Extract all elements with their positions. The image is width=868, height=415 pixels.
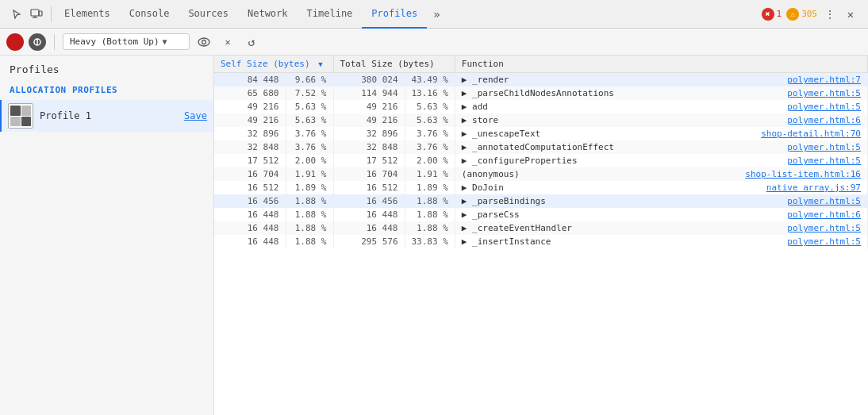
stop-button[interactable] <box>29 33 46 51</box>
profile-save-button[interactable]: Save <box>184 110 207 121</box>
function-name: ▶ store <box>462 115 498 125</box>
view-mode-dropdown[interactable]: Heavy (Bottom Up) ▼ <box>63 33 190 50</box>
dropdown-value: Heavy (Bottom Up) <box>70 37 159 47</box>
total-size-cell: 16 512 <box>333 181 405 194</box>
clear-button[interactable]: ✕ <box>218 33 237 52</box>
more-options-button[interactable]: ⋮ <box>822 6 838 22</box>
self-size-cell: 49 216 <box>214 113 286 127</box>
function-name: ▶ _insertInstance <box>462 236 551 247</box>
table-row: 49 216 5.63 % 49 216 5.63 % ▶ add polyme… <box>214 100 868 113</box>
total-pct-cell: 1.88 % <box>405 208 455 221</box>
self-pct-cell: 5.63 % <box>286 100 333 113</box>
total-size-cell: 17 512 <box>333 154 405 167</box>
self-pct-cell: 5.63 % <box>286 113 333 127</box>
close-button[interactable]: ✕ <box>843 6 858 22</box>
table-row: 84 448 9.66 % 380 024 43.49 % ▶ _render … <box>214 73 868 87</box>
profiles-table-area: Self Size (bytes) ▼ Total Size (bytes) F… <box>214 56 868 415</box>
self-pct-cell: 9.66 % <box>286 73 333 87</box>
svg-rect-0 <box>31 10 39 16</box>
table-row: 32 848 3.76 % 32 848 3.76 % ▶ _annotated… <box>214 140 868 154</box>
total-pct-cell: 1.88 % <box>405 194 455 208</box>
sidebar: Profiles ALLOCATION PROFILES Profile 1 S… <box>0 56 214 415</box>
error-badge-group: ✖ 1 <box>762 8 782 21</box>
sidebar-title: Profiles <box>0 56 213 80</box>
total-size-cell: 16 448 <box>333 221 405 235</box>
total-pct-cell: 33.83 % <box>405 235 455 248</box>
table-row: 16 704 1.91 % 16 704 1.91 % (anonymous) … <box>214 167 868 181</box>
tab-elements[interactable]: Elements <box>55 0 120 29</box>
self-pct-cell: 1.89 % <box>286 181 333 194</box>
tab-sources[interactable]: Sources <box>179 0 238 29</box>
self-size-header[interactable]: Self Size (bytes) ▼ <box>214 56 333 73</box>
table-row: 16 456 1.88 % 16 456 1.88 % ▶ _parseBind… <box>214 194 868 208</box>
file-ref-link[interactable]: polymer.html:5 <box>787 223 861 233</box>
function-name: ▶ add <box>462 102 488 112</box>
self-pct-cell: 2.00 % <box>286 154 333 167</box>
file-ref-link[interactable]: shop-detail.html:70 <box>761 129 861 139</box>
file-ref-link[interactable]: polymer.html:5 <box>787 88 861 98</box>
table-row: 49 216 5.63 % 49 216 5.63 % ▶ store poly… <box>214 113 868 127</box>
cursor-icon[interactable] <box>10 6 25 22</box>
tab-network[interactable]: Network <box>238 0 298 29</box>
function-cell: ▶ _annotatedComputationEffect polymer.ht… <box>455 140 867 154</box>
total-size-cell: 32 896 <box>333 127 405 140</box>
warning-icon: ⚠ <box>786 8 799 21</box>
file-ref-link[interactable]: polymer.html:6 <box>787 209 861 220</box>
total-size-header[interactable]: Total Size (bytes) <box>333 56 455 73</box>
tab-bar-icons <box>3 6 52 22</box>
tab-more-button[interactable]: » <box>427 8 446 21</box>
reload-button[interactable]: ↺ <box>242 33 261 52</box>
function-name: ▶ DoJoin <box>462 183 504 193</box>
function-cell: ▶ _unescapeText shop-detail.html:70 <box>455 127 867 140</box>
profile-name: Profile 1 <box>40 110 178 121</box>
warning-count: 305 <box>801 9 817 19</box>
table-row: 16 448 1.88 % 16 448 1.88 % ▶ _createEve… <box>214 221 868 235</box>
total-size-cell: 49 216 <box>333 100 405 113</box>
sidebar-section-label: ALLOCATION PROFILES <box>0 80 213 100</box>
function-name: ▶ _annotatedComputationEffect <box>462 142 614 152</box>
total-size-cell: 114 944 <box>333 86 405 100</box>
total-pct-cell: 13.16 % <box>405 86 455 100</box>
record-button[interactable] <box>6 33 24 51</box>
tab-right-controls: ✖ 1 ⚠ 305 ⋮ ✕ <box>755 6 866 22</box>
tab-console[interactable]: Console <box>120 0 179 29</box>
self-size-cell: 16 512 <box>214 181 286 194</box>
function-cell: ▶ DoJoin native array.js:97 <box>455 181 867 194</box>
total-size-cell: 32 848 <box>333 140 405 154</box>
total-pct-cell: 1.88 % <box>405 221 455 235</box>
file-ref-link[interactable]: polymer.html:7 <box>787 75 861 85</box>
function-cell: ▶ _parseChildNodesAnnotations polymer.ht… <box>455 86 867 100</box>
file-ref-link[interactable]: shop-list-item.html:16 <box>745 169 861 179</box>
warning-badge-group: ⚠ 305 <box>786 8 817 21</box>
total-size-cell: 16 456 <box>333 194 405 208</box>
tab-profiles[interactable]: Profiles <box>362 0 427 29</box>
profile-1-item[interactable]: Profile 1 Save <box>0 100 213 132</box>
self-size-cell: 32 848 <box>214 140 286 154</box>
eye-button[interactable] <box>194 33 213 52</box>
file-ref-link[interactable]: polymer.html:6 <box>787 115 861 125</box>
device-icon[interactable] <box>29 6 44 22</box>
file-ref-link[interactable]: polymer.html:5 <box>787 236 861 247</box>
file-ref-link[interactable]: native array.js:97 <box>766 183 861 193</box>
file-ref-link[interactable]: polymer.html:5 <box>787 142 861 152</box>
total-pct-cell: 1.89 % <box>405 181 455 194</box>
file-ref-link[interactable]: polymer.html:5 <box>787 196 861 206</box>
self-pct-cell: 1.91 % <box>286 167 333 181</box>
total-size-cell: 16 704 <box>333 167 405 181</box>
self-pct-cell: 7.52 % <box>286 86 333 100</box>
function-cell: ▶ _render polymer.html:7 <box>455 73 867 87</box>
total-size-cell: 16 448 <box>333 208 405 221</box>
self-size-cell: 16 448 <box>214 208 286 221</box>
self-pct-cell: 1.88 % <box>286 235 333 248</box>
tab-timeline[interactable]: Timeline <box>298 0 363 29</box>
svg-rect-1 <box>39 11 42 16</box>
file-ref-link[interactable]: polymer.html:5 <box>787 102 861 112</box>
self-pct-cell: 1.88 % <box>286 208 333 221</box>
self-size-cell: 16 704 <box>214 167 286 181</box>
self-pct-cell: 3.76 % <box>286 140 333 154</box>
dropdown-arrow-icon: ▼ <box>163 37 167 46</box>
file-ref-link[interactable]: polymer.html:5 <box>787 156 861 166</box>
function-header[interactable]: Function <box>455 56 867 73</box>
function-cell: ▶ add polymer.html:5 <box>455 100 867 113</box>
function-cell: (anonymous) shop-list-item.html:16 <box>455 167 867 181</box>
